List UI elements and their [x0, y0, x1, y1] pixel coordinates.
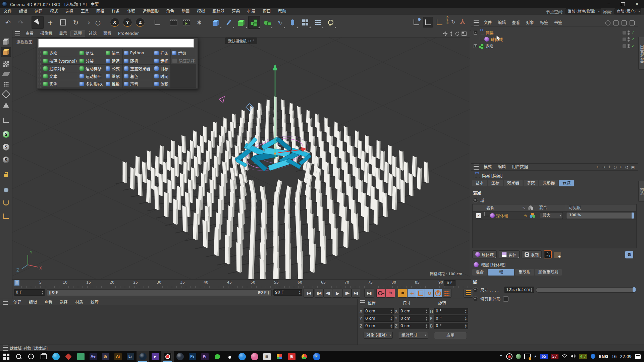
- coord-field-1-Y[interactable]: 0 cm▲▼: [399, 315, 429, 322]
- expander-icon[interactable]: +: [474, 44, 477, 48]
- browser-app[interactable]: [50, 351, 62, 362]
- solo-off-icon[interactable]: S: [1, 129, 11, 139]
- popup-item-Python[interactable]: Python: [123, 49, 153, 57]
- new-field-icon-button[interactable]: +: [544, 250, 552, 258]
- popup-item-样条[interactable]: 样条: [153, 49, 171, 57]
- create-限制-button[interactable]: C限制: [522, 250, 542, 258]
- search-button[interactable]: [12, 351, 25, 362]
- solo-hierarchy-icon[interactable]: S: [1, 155, 11, 165]
- tray-screenshot-icon[interactable]: [524, 354, 531, 359]
- popup-item-运动挤压[interactable]: 运动挤压: [78, 72, 104, 80]
- layer-tab-重映射[interactable]: 重映射: [515, 269, 534, 276]
- coord-field-2-P[interactable]: 0 °▲▼: [434, 315, 468, 322]
- popup-item-着色[interactable]: 着色: [123, 72, 153, 80]
- z-axis-lock[interactable]: Z: [134, 16, 146, 29]
- size-slider[interactable]: [536, 287, 636, 293]
- timeline-ruler[interactable]: 0 F 051015202530354045505560657075808590: [12, 279, 471, 288]
- material-menu-icon[interactable]: [3, 300, 8, 305]
- recorder-app[interactable]: [161, 351, 174, 362]
- close-button[interactable]: ✕: [630, 0, 644, 8]
- popup-item-破碎 (Voronoi)[interactable]: 破碎 (Voronoi): [42, 57, 78, 65]
- enabled-check-icon[interactable]: ✓: [631, 37, 635, 42]
- position-mode-select[interactable]: 对象 (相对): [364, 332, 393, 339]
- create-实体-button[interactable]: 实体: [499, 250, 520, 258]
- tab-content-browser[interactable]: 内容浏览器: [638, 37, 644, 70]
- status-menu-icon[interactable]: [3, 346, 8, 351]
- om-menu-5[interactable]: 书签: [551, 19, 565, 26]
- workplane-icon[interactable]: [1, 69, 11, 79]
- popup-item-时间[interactable]: 时间: [153, 72, 171, 80]
- back-icon[interactable]: ←: [596, 165, 599, 169]
- quantize-icon[interactable]: [1, 198, 11, 208]
- tab-参数[interactable]: 参数: [524, 180, 538, 186]
- menubar-item-7[interactable]: 样条: [108, 8, 123, 15]
- previous-frame-button[interactable]: ◀▮: [323, 289, 332, 298]
- up-icon[interactable]: ↑: [608, 165, 611, 169]
- red-diamond-app[interactable]: [62, 351, 74, 362]
- material-manager-area[interactable]: [0, 305, 357, 345]
- spline-pen-button[interactable]: [223, 16, 235, 29]
- camera-badge[interactable]: 默认摄像机⊙ °: [225, 38, 257, 44]
- bridge-app[interactable]: Br: [99, 351, 112, 362]
- illustrator-app[interactable]: Ai: [112, 351, 124, 362]
- recent-tool-chevron[interactable]: ›: [87, 16, 91, 29]
- lightroom-app[interactable]: Lr: [124, 351, 137, 362]
- size-slider-handle[interactable]: [633, 287, 636, 292]
- workplane-axis-icon[interactable]: [1, 211, 11, 221]
- viewport-menu-3[interactable]: 选项: [70, 31, 85, 37]
- am-menu-0[interactable]: 模式: [481, 164, 495, 170]
- mograph-fracture-button[interactable]: [261, 16, 273, 29]
- popup-item-公式[interactable]: 公式: [104, 65, 123, 72]
- green-card-app[interactable]: [74, 351, 87, 362]
- menubar-item-10[interactable]: 角色: [162, 8, 178, 15]
- om-menu-0[interactable]: 文件: [481, 19, 495, 26]
- media-player-app[interactable]: ▶: [149, 351, 161, 362]
- menubar-item-2[interactable]: 创建: [31, 8, 46, 15]
- new-panel-icon[interactable]: ▣: [631, 165, 635, 169]
- menubar-item-1[interactable]: 编辑: [15, 8, 31, 15]
- x-axis-lock[interactable]: X: [109, 16, 121, 29]
- fields-radio[interactable]: [473, 198, 478, 203]
- start-button[interactable]: [0, 351, 12, 362]
- tab-效果器[interactable]: 效果器: [504, 180, 523, 186]
- tray-net-badge[interactable]: 4.7: [579, 354, 588, 359]
- previous-key-button[interactable]: ▮◀: [315, 289, 323, 298]
- popup-item-简易[interactable]: 简易: [104, 49, 123, 57]
- snap-icon[interactable]: [1, 185, 11, 195]
- primitive-cube-button[interactable]: [210, 16, 222, 29]
- restore-button[interactable]: [616, 0, 630, 8]
- solo-single-icon[interactable]: S: [1, 142, 11, 152]
- menubar-item-0[interactable]: 文件: [0, 8, 15, 15]
- popup-item-步幅[interactable]: 步幅: [153, 57, 171, 65]
- falloff-curve-icon[interactable]: ∿: [522, 213, 530, 218]
- sphere-app[interactable]: [174, 351, 186, 362]
- popup-item-继承[interactable]: 继承: [104, 72, 123, 80]
- popup-item-重置效果器[interactable]: 重置效果器: [123, 65, 153, 72]
- field-button[interactable]: [312, 16, 324, 29]
- menubar-item-13[interactable]: 跟踪器: [209, 8, 228, 15]
- lock-icon[interactable]: ⊓: [620, 165, 623, 169]
- material-menu-2[interactable]: 查看: [41, 299, 56, 306]
- points-mode-icon[interactable]: [1, 79, 11, 89]
- array-button[interactable]: [299, 16, 311, 29]
- enabled-check-icon[interactable]: ✓: [631, 30, 635, 35]
- popup-item-分裂[interactable]: 分裂: [78, 57, 104, 65]
- popup-item-推散[interactable]: 推散: [104, 80, 123, 88]
- scene-light-button[interactable]: [325, 16, 337, 29]
- size-mode-select[interactable]: 绝对尺寸: [399, 332, 428, 339]
- menubar-item-4[interactable]: 选择: [62, 8, 77, 15]
- history-icon[interactable]: ◔: [625, 165, 629, 169]
- visibility-dots[interactable]: [628, 37, 630, 42]
- object-row-克隆[interactable]: +克隆✓: [471, 43, 638, 49]
- field-options-button[interactable]: G: [625, 251, 633, 258]
- size-animation-dot[interactable]: [473, 287, 478, 292]
- record-parameter-button[interactable]: P: [433, 289, 443, 298]
- next-frame-button[interactable]: ▮▶: [343, 289, 352, 298]
- keying-selection-button[interactable]: [442, 289, 451, 298]
- workplane-snap-button[interactable]: [423, 17, 433, 27]
- weibo-app[interactable]: 围: [285, 351, 298, 362]
- popup-item-延迟[interactable]: 延迟: [104, 57, 123, 65]
- material-menu-4[interactable]: 材质: [71, 299, 87, 306]
- coord-field-0-X[interactable]: 0 cm▲▼: [364, 308, 394, 314]
- polygons-mode-icon[interactable]: [1, 100, 11, 110]
